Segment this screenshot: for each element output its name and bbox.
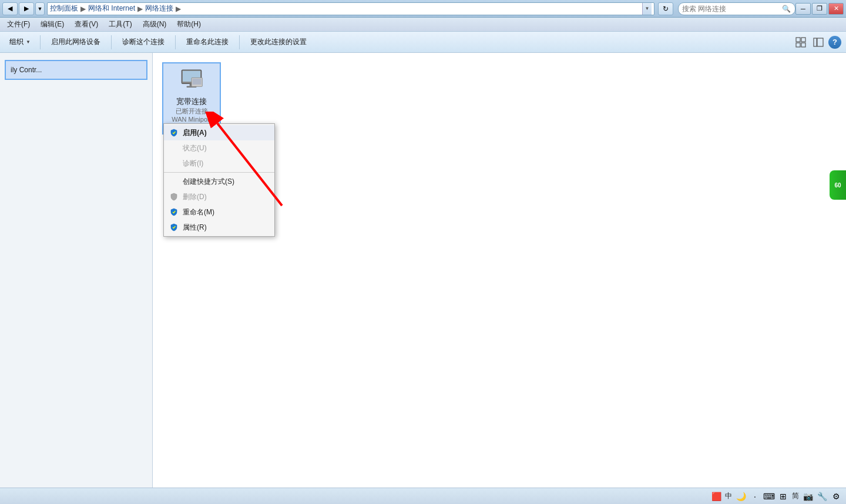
ctx-rename-label: 重命名(M) xyxy=(183,207,214,217)
ctx-properties[interactable]: 属性(R) xyxy=(164,220,274,235)
path-controlpanel[interactable]: 控制面板 xyxy=(50,4,78,14)
svg-rect-2 xyxy=(796,43,800,47)
svg-rect-3 xyxy=(801,43,805,47)
path-network[interactable]: 网络和 Internet xyxy=(88,4,135,14)
minimize-button[interactable]: ─ xyxy=(795,3,811,15)
address-bar[interactable]: 控制面板 ▶ 网络和 Internet ▶ 网络连接 ▶ ▼ xyxy=(47,2,654,15)
connection-icon xyxy=(177,67,206,90)
change-settings-button[interactable]: 更改此连接的设置 xyxy=(244,34,313,51)
nav-buttons: ◀ ▶ ▼ xyxy=(2,2,45,15)
menu-file[interactable]: 文件(F) xyxy=(2,18,35,31)
refresh-button[interactable]: ↻ xyxy=(658,2,673,15)
tray-text-jian: 简 xyxy=(792,491,799,501)
toolbar-sep-1 xyxy=(40,35,41,49)
view-icon xyxy=(795,37,806,48)
close-button[interactable]: ✕ xyxy=(828,3,844,15)
ctx-shortcut[interactable]: 创建快捷方式(S) xyxy=(164,174,274,189)
help-button[interactable]: ? xyxy=(828,36,841,49)
path-sep-2: ▶ xyxy=(137,5,143,13)
tray-icon-grid[interactable]: ⊞ xyxy=(778,491,788,502)
ctx-sep-1 xyxy=(164,172,274,173)
ctx-properties-shield-icon xyxy=(169,222,179,233)
tray-text-zh: 中 xyxy=(725,491,732,501)
connection-name: 宽带连接 xyxy=(167,96,216,107)
monitor-svg xyxy=(180,68,203,89)
svg-rect-4 xyxy=(814,38,817,46)
green-badge-text: 60 xyxy=(834,182,841,189)
address-dropdown[interactable]: ▼ xyxy=(642,3,652,15)
ctx-status: 状态(U) xyxy=(164,140,274,156)
restore-button[interactable]: ❐ xyxy=(812,3,827,15)
ctx-rename-shield-icon xyxy=(169,207,179,217)
toolbar-sep-3 xyxy=(175,35,176,49)
ctx-diagnose-label: 诊断(I) xyxy=(183,159,203,169)
ctx-enable[interactable]: 启用(A) xyxy=(164,125,274,140)
column-view-button[interactable] xyxy=(811,35,826,49)
context-menu: 启用(A) 状态(U) 诊断(I) 创建快捷方式(S) xyxy=(163,123,275,237)
title-bar-left: ◀ ▶ ▼ 控制面板 ▶ 网络和 Internet ▶ 网络连接 ▶ ▼ ↻ 🔍 xyxy=(2,2,795,15)
organize-button[interactable]: 组织 ▼ xyxy=(5,34,35,51)
view-options-button[interactable] xyxy=(793,35,808,49)
ctx-shield-icon xyxy=(169,127,179,138)
path-connections[interactable]: 网络连接 xyxy=(145,4,173,14)
menu-tools[interactable]: 工具(T) xyxy=(104,18,136,31)
search-input[interactable] xyxy=(682,5,781,13)
menu-edit[interactable]: 编辑(E) xyxy=(36,18,69,31)
ctx-enable-label: 启用(A) xyxy=(183,128,207,138)
status-bar: 🟥 中 🌙 · ⌨ ⊞ 简 📷 🔧 ⚙ xyxy=(0,488,846,504)
ctx-delete: 删除(D) xyxy=(164,189,274,204)
tray-icon-camera[interactable]: 📷 xyxy=(803,491,813,502)
left-pane: ily Contr... xyxy=(0,53,153,488)
tray-icon-dot[interactable]: · xyxy=(750,491,760,502)
address-path: 控制面板 ▶ 网络和 Internet ▶ 网络连接 ▶ xyxy=(50,4,642,14)
systray: 🟥 中 🌙 · ⌨ ⊞ 简 📷 🔧 ⚙ xyxy=(711,491,841,502)
menu-bar: 文件(F) 编辑(E) 查看(V) 工具(T) 高级(N) 帮助(H) xyxy=(0,18,846,32)
ctx-delete-label: 删除(D) xyxy=(183,192,207,202)
tray-icon-1[interactable]: 🟥 xyxy=(711,491,721,502)
ctx-shortcut-label: 创建快捷方式(S) xyxy=(183,177,234,187)
ctx-rename[interactable]: 重命名(M) xyxy=(164,204,274,220)
menu-help[interactable]: 帮助(H) xyxy=(172,18,206,31)
connection-status: 已断开连接 xyxy=(167,107,216,116)
menu-advanced[interactable]: 高级(N) xyxy=(138,18,172,31)
svg-rect-1 xyxy=(801,38,805,42)
green-badge: 60 xyxy=(830,170,846,200)
main-area: ily Contr... xyxy=(0,53,846,488)
organize-label: 组织 xyxy=(9,37,24,47)
left-pane-item-label: ily Contr... xyxy=(11,66,42,74)
svg-rect-5 xyxy=(817,38,823,46)
ctx-diagnose: 诊断(I) xyxy=(164,156,274,171)
search-bar[interactable]: 🔍 xyxy=(678,2,795,15)
tray-icon-wrench[interactable]: 🔧 xyxy=(817,491,827,502)
diagnose-button[interactable]: 诊断这个连接 xyxy=(116,34,170,51)
rename-button[interactable]: 重命名此连接 xyxy=(180,34,234,51)
menu-view[interactable]: 查看(V) xyxy=(70,18,103,31)
toolbar-sep-4 xyxy=(239,35,240,49)
svg-rect-11 xyxy=(193,79,202,85)
ctx-properties-label: 属性(R) xyxy=(183,223,207,233)
ctx-status-label: 状态(U) xyxy=(183,143,207,153)
toolbar-sep-2 xyxy=(111,35,112,49)
tray-icon-moon[interactable]: 🌙 xyxy=(736,491,746,502)
left-pane-item[interactable]: ily Contr... xyxy=(5,60,147,80)
window-controls: ─ ❐ ✕ xyxy=(795,3,844,15)
column-icon xyxy=(813,37,824,48)
up-button[interactable]: ▼ xyxy=(35,2,45,15)
title-bar: ◀ ▶ ▼ 控制面板 ▶ 网络和 Internet ▶ 网络连接 ▶ ▼ ↻ 🔍… xyxy=(0,0,846,18)
path-sep-3: ▶ xyxy=(176,5,181,13)
tray-icon-keyboard[interactable]: ⌨ xyxy=(764,491,774,502)
toolbar: 组织 ▼ 启用此网络设备 诊断这个连接 重命名此连接 更改此连接的设置 ? xyxy=(0,32,846,53)
enable-network-button[interactable]: 启用此网络设备 xyxy=(45,34,106,51)
search-icon[interactable]: 🔍 xyxy=(781,4,791,14)
organize-dropdown-arrow: ▼ xyxy=(26,39,31,45)
forward-button[interactable]: ▶ xyxy=(19,2,34,15)
right-pane: 宽带连接 已断开连接 WAN Miniport (PPPOE) 启用(A) 状态… xyxy=(153,53,846,488)
back-button[interactable]: ◀ xyxy=(2,2,18,15)
ctx-delete-shield-icon xyxy=(169,191,179,202)
toolbar-right: ? xyxy=(793,35,841,49)
path-sep-1: ▶ xyxy=(80,5,86,13)
tray-icon-gear[interactable]: ⚙ xyxy=(831,491,841,502)
svg-rect-0 xyxy=(796,38,800,42)
